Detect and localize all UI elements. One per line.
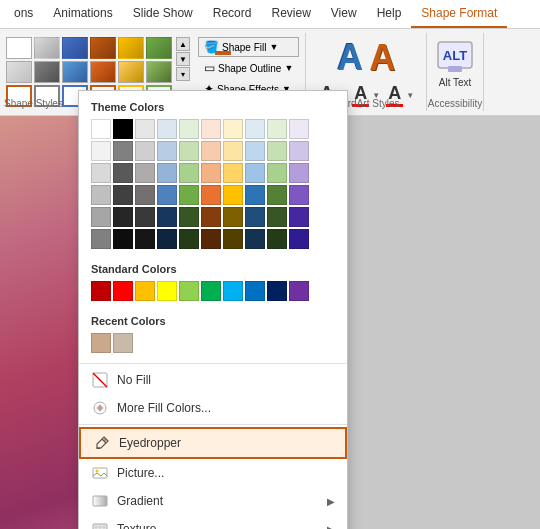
texture-item[interactable]: Texture ▶	[79, 515, 347, 529]
theme-color-cell[interactable]	[267, 229, 287, 249]
shape-style-7[interactable]	[6, 61, 32, 83]
theme-color-cell[interactable]	[113, 141, 133, 161]
theme-color-cell[interactable]	[267, 185, 287, 205]
theme-color-cell[interactable]	[91, 119, 111, 139]
shape-style-6[interactable]	[146, 37, 172, 59]
theme-color-cell[interactable]	[201, 141, 221, 161]
theme-color-cell[interactable]	[245, 163, 265, 183]
theme-color-cell[interactable]	[135, 141, 155, 161]
theme-color-cell[interactable]	[113, 229, 133, 249]
theme-color-cell[interactable]	[223, 207, 243, 227]
alt-text-icon[interactable]: ALT	[435, 37, 475, 77]
more-fill-colors-item[interactable]: More Fill Colors...	[79, 394, 347, 422]
theme-color-cell[interactable]	[135, 119, 155, 139]
theme-color-cell[interactable]	[157, 185, 177, 205]
shape-style-5[interactable]	[118, 37, 144, 59]
tab-view[interactable]: View	[321, 0, 367, 28]
standard-color-purple[interactable]	[289, 281, 309, 301]
standard-color-lightgreen[interactable]	[179, 281, 199, 301]
theme-color-cell[interactable]	[113, 207, 133, 227]
theme-color-cell[interactable]	[91, 163, 111, 183]
theme-color-cell[interactable]	[289, 229, 309, 249]
theme-color-cell[interactable]	[179, 229, 199, 249]
shape-style-11[interactable]	[118, 61, 144, 83]
shape-style-4[interactable]	[90, 37, 116, 59]
wordart-dropdown-3[interactable]: ▼	[406, 91, 414, 100]
theme-color-cell[interactable]	[135, 185, 155, 205]
theme-color-cell[interactable]	[245, 229, 265, 249]
tab-slideshow[interactable]: Slide Show	[123, 0, 203, 28]
theme-color-cell[interactable]	[91, 185, 111, 205]
standard-color-lightblue[interactable]	[223, 281, 243, 301]
shape-style-12[interactable]	[146, 61, 172, 83]
theme-color-cell[interactable]	[179, 163, 199, 183]
no-fill-item[interactable]: No Fill	[79, 366, 347, 394]
theme-color-cell[interactable]	[113, 185, 133, 205]
shape-fill-button[interactable]: 🪣 Shape Fill ▼	[198, 37, 299, 57]
tab-review[interactable]: Review	[261, 0, 320, 28]
theme-color-cell[interactable]	[223, 141, 243, 161]
theme-color-cell[interactable]	[113, 163, 133, 183]
shape-style-2[interactable]	[34, 37, 60, 59]
standard-color-red[interactable]	[113, 281, 133, 301]
shape-style-9[interactable]	[62, 61, 88, 83]
standard-color-yellow[interactable]	[157, 281, 177, 301]
recent-color-2[interactable]	[113, 333, 133, 353]
theme-color-cell[interactable]	[267, 207, 287, 227]
theme-color-cell[interactable]	[223, 185, 243, 205]
eyedropper-item[interactable]: Eyedropper	[79, 427, 347, 459]
theme-color-cell[interactable]	[267, 141, 287, 161]
theme-color-cell[interactable]	[157, 141, 177, 161]
theme-color-cell[interactable]	[223, 119, 243, 139]
shape-style-8[interactable]	[34, 61, 60, 83]
shape-style-10[interactable]	[90, 61, 116, 83]
theme-color-cell[interactable]	[245, 185, 265, 205]
theme-color-cell[interactable]	[157, 163, 177, 183]
theme-color-cell[interactable]	[179, 141, 199, 161]
theme-color-cell[interactable]	[135, 163, 155, 183]
standard-color-green[interactable]	[201, 281, 221, 301]
theme-color-cell[interactable]	[201, 229, 221, 249]
theme-color-cell[interactable]	[113, 119, 133, 139]
theme-color-cell[interactable]	[157, 229, 177, 249]
scroll-expand[interactable]: ▾	[176, 67, 190, 81]
picture-item[interactable]: Picture...	[79, 459, 347, 487]
theme-color-cell[interactable]	[289, 185, 309, 205]
scroll-up[interactable]: ▲	[176, 37, 190, 51]
theme-color-cell[interactable]	[91, 207, 111, 227]
theme-color-cell[interactable]	[157, 207, 177, 227]
theme-color-cell[interactable]	[289, 119, 309, 139]
theme-color-cell[interactable]	[91, 229, 111, 249]
theme-color-cell[interactable]	[179, 207, 199, 227]
theme-color-cell[interactable]	[267, 119, 287, 139]
theme-color-cell[interactable]	[179, 119, 199, 139]
tab-animations[interactable]: Animations	[43, 0, 122, 28]
shape-style-1[interactable]	[6, 37, 32, 59]
theme-color-cell[interactable]	[245, 141, 265, 161]
theme-color-cell[interactable]	[135, 229, 155, 249]
theme-color-cell[interactable]	[157, 119, 177, 139]
theme-color-cell[interactable]	[267, 163, 287, 183]
recent-color-1[interactable]	[91, 333, 111, 353]
theme-color-cell[interactable]	[245, 207, 265, 227]
shape-style-3[interactable]	[62, 37, 88, 59]
theme-color-cell[interactable]	[201, 207, 221, 227]
standard-color-darkred[interactable]	[91, 281, 111, 301]
standard-color-orange[interactable]	[135, 281, 155, 301]
theme-color-cell[interactable]	[289, 207, 309, 227]
tab-ons[interactable]: ons	[4, 0, 43, 28]
shape-outline-button[interactable]: ▭ Shape Outline ▼	[198, 58, 299, 78]
theme-color-cell[interactable]	[289, 141, 309, 161]
theme-color-cell[interactable]	[179, 185, 199, 205]
tab-record[interactable]: Record	[203, 0, 262, 28]
tab-shape-format[interactable]: Shape Format	[411, 0, 507, 28]
theme-color-cell[interactable]	[91, 141, 111, 161]
theme-color-cell[interactable]	[223, 229, 243, 249]
theme-color-cell[interactable]	[201, 119, 221, 139]
theme-color-cell[interactable]	[135, 207, 155, 227]
tab-help[interactable]: Help	[367, 0, 412, 28]
theme-color-cell[interactable]	[223, 163, 243, 183]
wordart-A-blue[interactable]: A	[337, 37, 363, 79]
shape-outline-dropdown-arrow[interactable]: ▼	[284, 63, 293, 73]
standard-color-blue[interactable]	[245, 281, 265, 301]
